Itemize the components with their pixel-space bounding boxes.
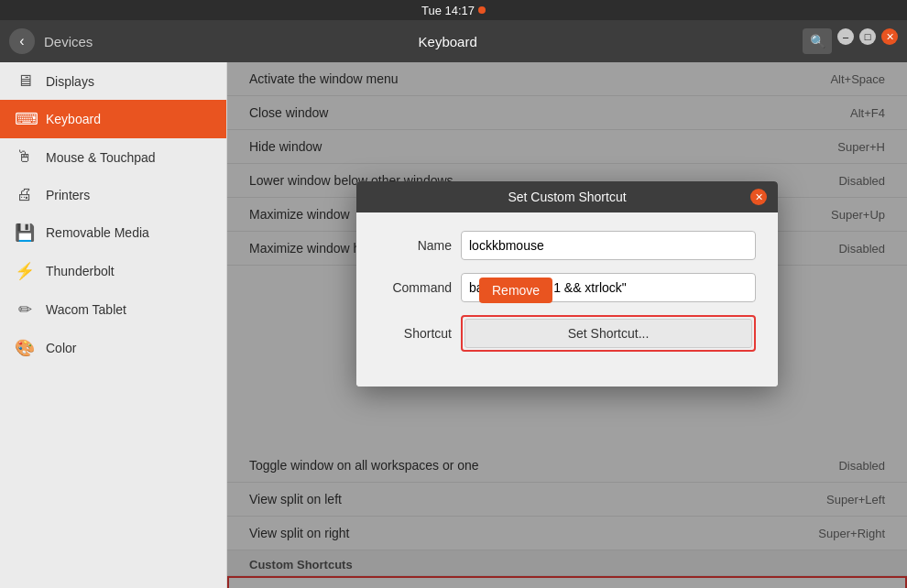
system-time: Tue 14:17 [421,4,475,17]
sidebar-item-wacom[interactable]: ✏ Wacom Tablet [0,290,226,329]
shortcut-label: Shortcut [378,326,452,341]
color-icon: 🎨 [15,338,35,358]
modal-title: Set Custom Shortcut [384,190,750,204]
main-panel: Activate the window menu Alt+Space Close… [227,62,907,588]
shortcut-btn-wrapper: Set Shortcut... [461,315,756,352]
sidebar-item-displays[interactable]: 🖥 Displays [0,62,226,100]
window-controls: 🔍 – □ ✕ [803,28,898,54]
keyboard-icon: ⌨ [15,109,35,129]
sidebar-item-thunderbolt[interactable]: ⚡ Thunderbolt [0,252,226,290]
removable-icon: 💾 [15,223,35,243]
minimize-button[interactable]: – [837,28,854,45]
name-input[interactable] [461,231,756,260]
modal-overlay: Remove Set Custom Shortcut ✕ Name Comm [227,62,907,588]
sidebar: 🖥 Displays ⌨ Keyboard 🖱 Mouse & Touchpad… [0,62,227,588]
remove-button[interactable]: Remove [479,278,552,303]
name-label: Name [378,238,452,253]
command-label: Command [378,280,452,295]
window-title: Keyboard [102,34,793,49]
sidebar-item-removable[interactable]: 💾 Removable Media [0,213,226,252]
maximize-button[interactable]: □ [859,28,876,45]
section-label: Devices [44,34,93,49]
sidebar-label-removable: Removable Media [46,225,149,240]
sidebar-label-mouse: Mouse & Touchpad [46,150,156,165]
sidebar-item-keyboard[interactable]: ⌨ Keyboard [0,100,226,138]
mouse-icon: 🖱 [15,147,35,167]
modal-close-button[interactable]: ✕ [750,189,767,205]
displays-icon: 🖥 [15,71,35,91]
sidebar-label-printers: Printers [46,188,90,202]
sidebar-label-displays: Displays [46,74,94,89]
set-shortcut-button[interactable]: Set Shortcut... [464,319,752,348]
modal-body: Name Command Shortcut Set Shortcut... [356,212,778,387]
recording-dot [478,6,486,14]
sidebar-item-printers[interactable]: 🖨 Printers [0,176,226,213]
name-row: Name [378,231,756,260]
sidebar-label-thunderbolt: Thunderbolt [46,264,115,278]
sidebar-item-color[interactable]: 🎨 Color [0,329,226,367]
sidebar-item-mouse[interactable]: 🖱 Mouse & Touchpad [0,138,226,176]
title-bar: ‹ Devices Keyboard 🔍 – □ ✕ [0,20,907,62]
sidebar-label-keyboard: Keyboard [46,112,101,126]
wacom-icon: ✏ [15,299,35,320]
modal-title-bar: Set Custom Shortcut ✕ [356,181,778,212]
close-button[interactable]: ✕ [881,28,898,45]
content-area: 🖥 Displays ⌨ Keyboard 🖱 Mouse & Touchpad… [0,62,907,588]
shortcut-row-form: Shortcut Set Shortcut... [378,315,756,352]
set-custom-shortcut-dialog: Set Custom Shortcut ✕ Name Command [356,181,778,387]
sidebar-label-wacom: Wacom Tablet [46,302,126,317]
back-button[interactable]: ‹ [9,28,35,54]
command-row: Command [378,273,756,302]
system-bar: Tue 14:17 [0,0,907,20]
printers-icon: 🖨 [15,185,35,204]
search-button[interactable]: 🔍 [803,28,832,54]
thunderbolt-icon: ⚡ [15,261,35,281]
sidebar-label-color: Color [46,341,76,355]
main-window: ‹ Devices Keyboard 🔍 – □ ✕ 🖥 Displays ⌨ … [0,20,907,588]
